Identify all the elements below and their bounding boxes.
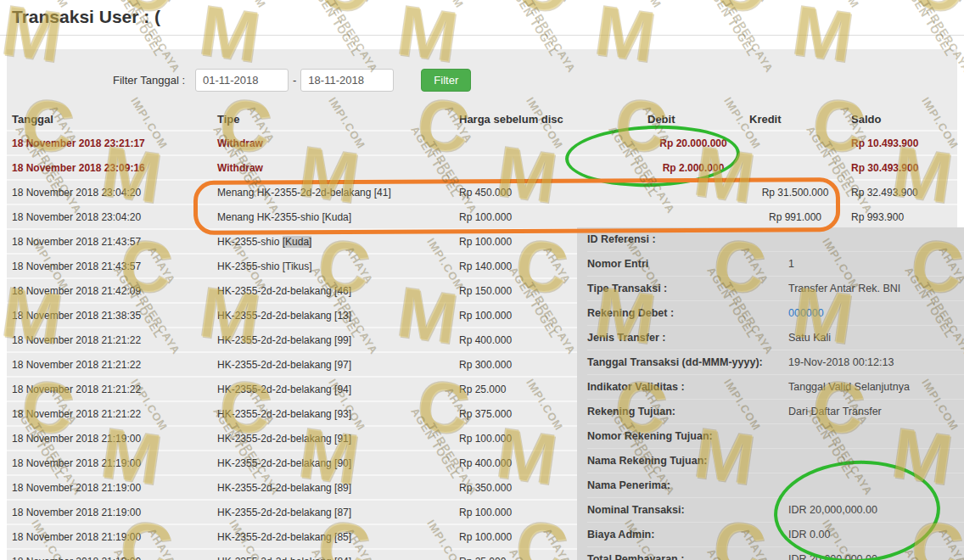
cell-debit [642, 180, 744, 204]
cell-tipe: HK-2355-shio [Kuda] [212, 229, 454, 254]
detail-field: Nomor Entri1 [587, 252, 964, 277]
detail-field-label: Rekening Debet : [587, 307, 674, 319]
cell-tipe: HK-2355-2d-2d-belakang [87] [212, 500, 454, 524]
cell-debit: Rp 20.000.000 [642, 131, 744, 155]
transaksi-user-page: Transaksi User : ( Filter Tanggal : - Fi… [0, 0, 964, 560]
cell-tanggal: 18 November 2018 23:09:16 [7, 155, 212, 180]
detail-field-label: Indikator Validitas : [587, 381, 685, 393]
detail-field: Rekening Tujuan:Dari Daftar Transfer [587, 400, 964, 424]
cell-tipe: HK-2355-2d-2d-belakang [97] [212, 352, 454, 377]
page-header: Transaksi User : ( [0, 0, 964, 36]
detail-field-label: Total Pembayaran : [587, 553, 684, 560]
detail-field: Nama Rekening Tujuan: [587, 449, 964, 473]
filter-label: Filter Tanggal : [7, 74, 185, 87]
detail-field: Jenis Transfer :Satu Kali [587, 326, 964, 350]
detail-field: Total Pembayaran :IDR 20,000,000.00 [587, 547, 964, 560]
detail-field: Tipe Transaksi :Transfer Antar Rek. BNI [587, 277, 964, 301]
detail-field: Nomor Rekening Tujuan: [587, 424, 964, 449]
cell-tanggal: 18 November 2018 21:21:22 [7, 328, 212, 352]
detail-field-label: Nomor Entri [587, 258, 648, 270]
detail-field-label: Jenis Transfer : [587, 332, 665, 344]
page-title: Transaksi User : ( [0, 0, 964, 27]
detail-field: Nominal Transaksi:IDR 20,000,000.00 [587, 498, 964, 523]
rekening-debet-link[interactable]: 000000 [788, 307, 824, 319]
cell-tipe: HK-2355-2d-2d-belakang [91] [212, 426, 454, 451]
cell-tanggal: 18 November 2018 21:21:22 [7, 401, 212, 426]
date-from-input[interactable] [195, 69, 289, 92]
cell-saldo: Rp 30.493.900 [846, 155, 957, 180]
cell-harga: Rp 100.000 [454, 204, 642, 229]
cell-tanggal: 18 November 2018 21:21:22 [7, 352, 212, 377]
column-header-saldo: Saldo [846, 109, 957, 131]
cell-debit: Rp 2.000.000 [642, 155, 744, 180]
cell-harga: Rp 450.000 [454, 180, 642, 204]
detail-field-value: Tanggal Valid Selanjutnya [788, 381, 910, 393]
cell-tanggal: 18 November 2018 21:19:00 [7, 426, 212, 451]
cell-tipe: HK-2355-2d-2d-belakang [13] [212, 303, 454, 328]
cell-tipe: Withdraw [212, 131, 454, 155]
detail-field-label: Nomor Rekening Tujuan: [587, 430, 713, 442]
cell-tipe: HK-2355-shio [Tikus] [212, 254, 454, 278]
cell-kredit: Rp 991.000 [744, 204, 846, 229]
detail-field: Nama Penerima: [587, 473, 964, 498]
cell-kredit [744, 131, 846, 155]
cell-tanggal: 18 November 2018 21:19:00 [7, 451, 212, 475]
column-header-harga-sebelum-disc: Harga sebelum disc [454, 109, 642, 131]
cell-tipe: HK-2355-2d-2d-belakang [46] [212, 278, 454, 303]
date-range-separator: - [293, 74, 296, 87]
detail-field: ID Referensi : [587, 227, 964, 252]
cell-tanggal: 18 November 2018 21:19:00 [7, 549, 212, 560]
table-row: 18 November 2018 23:04:20Menang HK-2355-… [7, 180, 957, 204]
detail-field-value: IDR 0.00 [788, 529, 830, 540]
cell-tipe: HK-2355-2d-2d-belakang [84] [212, 549, 454, 560]
detail-field-label: Tanggal Transaksi (dd-MMM-yyyy): [587, 356, 763, 368]
detail-field-label: Biaya Admin: [587, 529, 654, 540]
column-header-tipe: Tipe [212, 109, 454, 131]
detail-field-value: Satu Kali [788, 332, 831, 344]
detail-field: Indikator Validitas :Tanggal Valid Selan… [587, 375, 964, 400]
cell-saldo: Rp 993.900 [846, 204, 957, 229]
table-row: 18 November 2018 23:21:17WithdrawRp 20.0… [7, 131, 957, 155]
cell-tipe: HK-2355-2d-2d-belakang [89] [212, 475, 454, 500]
cell-debit [642, 204, 744, 229]
cell-tipe: HK-2355-2d-2d-belakang [99] [212, 328, 454, 352]
column-header-debit: Debit [642, 109, 744, 131]
table-header-row: TanggalTipeHarga sebelum discDebitKredit… [7, 109, 957, 131]
detail-field-value: Dari Daftar Transfer [788, 406, 882, 417]
detail-field: Tanggal Transaksi (dd-MMM-yyyy):19-Nov-2… [587, 350, 964, 375]
cell-tipe: HK-2355-2d-2d-belakang [85] [212, 524, 454, 549]
transfer-detail-fields: ID Referensi :Nomor Entri1Tipe Transaksi… [587, 227, 964, 560]
detail-field-label: Tipe Transaksi : [587, 283, 667, 294]
cell-tanggal: 18 November 2018 21:19:00 [7, 524, 212, 549]
cell-harga [454, 155, 642, 180]
cell-tipe: HK-2355-2d-2d-belakang [90] [212, 451, 454, 475]
cell-kredit [744, 155, 846, 180]
cell-saldo: Rp 32.493.900 [846, 180, 957, 204]
detail-field-value: 1 [788, 258, 794, 270]
cell-tanggal: 18 November 2018 21:43:57 [7, 229, 212, 254]
cell-tanggal: 18 November 2018 21:19:00 [7, 500, 212, 524]
cell-tanggal: 18 November 2018 21:21:22 [7, 377, 212, 401]
selected-text-highlight: [Kuda] [283, 236, 312, 248]
detail-field-label: Rekening Tujuan: [587, 406, 675, 417]
detail-field: Rekening Debet :000000 [587, 301, 964, 326]
cell-harga [454, 131, 642, 155]
cell-tanggal: 18 November 2018 21:19:00 [7, 475, 212, 500]
detail-field-value: IDR 20,000,000.00 [788, 553, 877, 560]
detail-field-value: IDR 20,000,000.00 [788, 504, 877, 516]
cell-tanggal: 18 November 2018 21:43:57 [7, 254, 212, 278]
detail-field: Biaya Admin:IDR 0.00 [587, 523, 964, 547]
detail-field-value: 19-Nov-2018 00:12:13 [788, 356, 894, 368]
cell-tanggal: 18 November 2018 23:04:20 [7, 180, 212, 204]
detail-field-label: Nama Penerima: [587, 479, 670, 491]
detail-field-label: Nominal Transaksi: [587, 504, 685, 516]
column-header-tanggal: Tanggal [7, 109, 212, 131]
cell-tanggal: 18 November 2018 21:38:35 [7, 303, 212, 328]
cell-tanggal: 18 November 2018 23:04:20 [7, 204, 212, 229]
detail-field-label: ID Referensi : [587, 233, 656, 245]
column-header-kredit: Kredit [744, 109, 846, 131]
table-row: 18 November 2018 23:09:16WithdrawRp 2.00… [7, 155, 957, 180]
filter-button[interactable]: Filter [421, 69, 471, 92]
cell-saldo: Rp 10.493.900 [846, 131, 957, 155]
date-to-input[interactable] [300, 69, 394, 92]
